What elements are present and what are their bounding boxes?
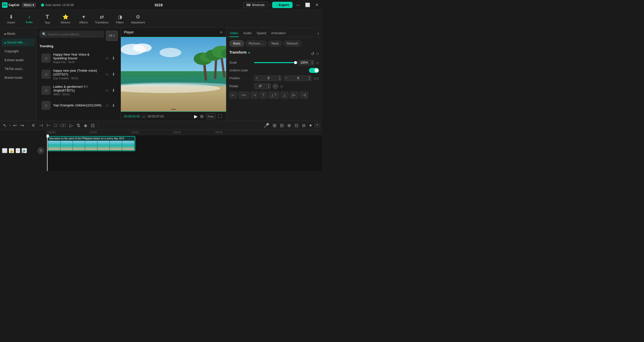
search-input[interactable] <box>48 32 101 36</box>
minimize-button[interactable]: — <box>295 2 302 8</box>
toolbar-filters[interactable]: ◑ Filters <box>111 11 128 26</box>
scale-up-button[interactable]: ▲ <box>310 60 314 63</box>
extract-button[interactable]: ◈ <box>83 122 88 129</box>
rotate-reset-button[interactable]: — <box>273 83 278 89</box>
link-button[interactable]: ⊞ <box>272 122 277 129</box>
anchor-button[interactable]: ⊕ <box>286 122 292 129</box>
tab-video[interactable]: Video <box>229 30 239 37</box>
clip-link-button[interactable]: ⊟ <box>279 122 285 129</box>
sound-item-2[interactable]: ♫ happy new year (Treble voice)(1037327)… <box>40 66 118 82</box>
subtab-remove[interactable]: Remove ... <box>245 40 267 47</box>
tl-settings-button[interactable]: ● <box>308 122 313 129</box>
sidebar-item-extract-audio[interactable]: Extract audio <box>2 56 35 64</box>
select-tool-button[interactable]: ↖ <box>2 122 8 129</box>
position-keyframe-button[interactable]: ◇◇ <box>313 76 319 80</box>
play-button[interactable]: ▶ <box>194 113 198 119</box>
sidebar-item-brand-music[interactable]: Brand music <box>2 74 35 81</box>
sound-item-3[interactable]: ♫ Ladies & gentlemen! !! / Jingle(873071… <box>40 82 118 98</box>
position-y-up[interactable]: ▲ <box>308 76 311 78</box>
download-button-4[interactable]: ⬇ <box>111 103 116 108</box>
ratio-button[interactable]: Ratio <box>206 113 216 119</box>
toolbar-transitions[interactable]: ⇄ Transitions <box>93 11 110 26</box>
toolbar-stickers[interactable]: ⭐ Stickers <box>57 11 74 26</box>
subtab-mask[interactable]: Mask <box>268 40 282 47</box>
scale-slider[interactable] <box>254 62 296 63</box>
sidebar-item-sound-effects[interactable]: Sound effe... <box>2 38 35 46</box>
flip-button[interactable]: ⇅ <box>76 122 81 129</box>
video-clip[interactable]: Sea wave on the sand of the Philippine b… <box>47 136 135 151</box>
undo-button[interactable]: ↩ <box>12 122 18 129</box>
align-top-button[interactable]: ⊤ <box>260 92 267 99</box>
sidebar-item-tiktok[interactable]: TikTok soun... <box>2 65 35 73</box>
align-left-button[interactable]: ⊢ <box>229 92 237 99</box>
download-button-3[interactable]: ⬇ <box>111 88 116 93</box>
tabs-more-button[interactable]: › <box>317 31 319 36</box>
mic-button[interactable]: 🎤 <box>263 122 270 129</box>
play-tl-button[interactable]: ▷ <box>68 122 74 129</box>
toolbar-effects[interactable]: ✦ Effects <box>75 11 92 26</box>
favorite-button-4[interactable]: ☆ <box>105 103 109 108</box>
align-center-v-button[interactable]: ⊥⊤ <box>269 92 279 99</box>
track-audio-button[interactable]: 🔊 <box>22 148 27 153</box>
favorite-button-2[interactable]: ☆ <box>105 71 109 77</box>
uniform-scale-toggle[interactable] <box>309 68 319 73</box>
scale-down-button[interactable]: ▼ <box>310 63 314 65</box>
subtab-basic[interactable]: Basic <box>229 40 244 47</box>
toolbar-text[interactable]: T Text <box>39 11 56 26</box>
download-button-1[interactable]: ⬇ <box>111 55 116 61</box>
scale-keyframe-button[interactable]: ◇ <box>316 61 319 65</box>
split-button[interactable]: ⚟ <box>30 122 37 129</box>
fullscreen-button[interactable]: ⛶ <box>217 113 223 119</box>
sidebar-item-copyright[interactable]: Copyright <box>2 47 35 55</box>
track-visible-button[interactable]: 👁 <box>16 148 20 153</box>
tab-animation[interactable]: Animation <box>271 30 286 37</box>
sidebar-item-music[interactable]: Music <box>2 30 35 37</box>
export-button[interactable]: ↑ Export <box>272 2 293 8</box>
maximize-button[interactable]: ⬜ <box>304 2 312 8</box>
align-center-h-button[interactable]: ⊣⊢ <box>238 92 249 99</box>
zoom-out-button[interactable]: ⊖ <box>301 122 307 129</box>
redo-button[interactable]: ↪ <box>19 122 25 129</box>
toolbar-audio[interactable]: ♪ Audio <box>21 11 38 26</box>
favorite-button-1[interactable]: ☆ <box>105 55 109 61</box>
crop-button[interactable]: ⊡ <box>90 122 96 129</box>
align-right-edge-button[interactable]: ⊣| <box>300 92 308 99</box>
add-media-button[interactable]: + <box>314 122 320 128</box>
transform-reset-button[interactable]: ↺ <box>311 51 314 56</box>
tab-audio[interactable]: Audio <box>243 30 252 37</box>
rotate-up-button[interactable]: ▲ <box>267 84 270 86</box>
align-bottom-button[interactable]: ⊥ <box>281 92 288 99</box>
position-y-down[interactable]: ▼ <box>308 78 311 81</box>
rotate-keyframe-button[interactable]: ◇ <box>280 84 283 88</box>
sound-item-4[interactable]: ♫ Yay! Energetic children(1011045) ☆ ⬇ <box>40 98 118 112</box>
sound-item-1[interactable]: ♫ Happy New Year Voice & Sparkling Sound… <box>40 50 118 66</box>
caption-button[interactable]: ⊡ <box>294 122 299 129</box>
trim-right-button[interactable]: ⊢ <box>46 122 52 129</box>
loop-button[interactable]: □□ <box>59 122 67 129</box>
playhead-handle[interactable] <box>47 135 49 138</box>
download-button-2[interactable]: ⬇ <box>111 71 116 77</box>
track-layer-button[interactable]: ⬜ <box>2 148 7 153</box>
position-x-down[interactable]: ▼ <box>278 78 281 81</box>
shortcuts-button[interactable]: ⌨ Shortcuts <box>243 2 267 8</box>
track-lock-button[interactable]: 🔓 <box>9 148 14 153</box>
favorite-button-3[interactable]: ☆ <box>105 88 109 93</box>
transform-diamond-button[interactable]: ◇ <box>316 51 319 56</box>
fullscreen-fit-button[interactable]: ⊞ <box>199 113 204 119</box>
toolbar-adjustment[interactable]: ⚙ Adjustment <box>129 11 147 26</box>
align-left-edge-button[interactable]: |⊢ <box>290 92 298 99</box>
delete-button[interactable]: □ <box>53 122 58 129</box>
trim-left-button[interactable]: ⊣ <box>38 122 44 129</box>
close-button[interactable]: ✕ <box>314 2 320 8</box>
track-edit-button[interactable]: ✎ <box>37 147 44 154</box>
tab-speed[interactable]: Speed <box>256 30 267 37</box>
toolbar-import[interactable]: ⬇ Import <box>3 11 20 26</box>
align-right-button[interactable]: ⊣ <box>251 92 258 99</box>
all-filter-button[interactable]: All ≡ <box>106 31 118 41</box>
playhead[interactable] <box>47 135 48 171</box>
position-x-up[interactable]: ▲ <box>278 76 281 78</box>
player-menu-button[interactable]: ≡ <box>219 30 223 35</box>
subtab-retouch[interactable]: Retouch <box>283 40 302 47</box>
rotate-down-button[interactable]: ▼ <box>267 86 270 89</box>
menu-button[interactable]: Menu ▾ <box>22 3 36 8</box>
